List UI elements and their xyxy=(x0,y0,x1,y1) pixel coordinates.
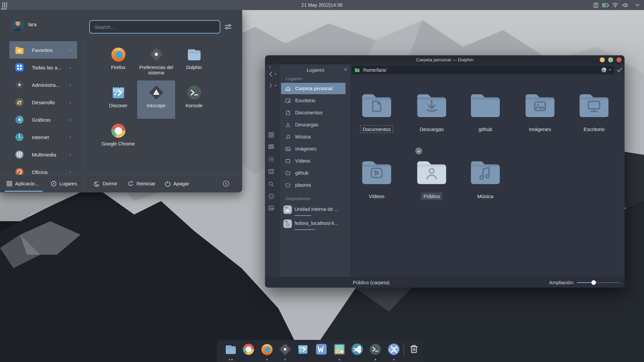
place-documents[interactable]: Documentos xyxy=(281,107,345,118)
folder-musica[interactable]: Música xyxy=(464,158,507,200)
restart-icon xyxy=(128,181,134,187)
folder-videos[interactable]: Vídeos xyxy=(355,158,398,200)
category-development[interactable]: Desarrollo › xyxy=(0,94,84,111)
tab-applications[interactable]: Aplicacio... xyxy=(6,175,39,192)
place-pictures[interactable]: Imágenes xyxy=(281,143,345,155)
dock-vscode[interactable] xyxy=(351,343,364,356)
all-apps-icon xyxy=(14,62,24,72)
administration-icon xyxy=(14,80,24,90)
folder-descargas[interactable]: Descargas xyxy=(410,90,453,133)
place-videos[interactable]: Vídeos xyxy=(281,155,345,167)
location-bar[interactable]: /home/lara/ xyxy=(352,66,614,74)
folder-imagenes[interactable]: Imágenes xyxy=(518,90,562,133)
configure-icon[interactable] xyxy=(224,23,232,31)
place-downloads[interactable]: Descargas xyxy=(281,119,345,130)
dock-writer[interactable] xyxy=(315,343,328,356)
dock-discover[interactable] xyxy=(297,343,309,356)
folder-publico[interactable]: + Público xyxy=(410,158,453,200)
folder-documentos[interactable]: Documentos xyxy=(355,90,398,133)
category-all-apps[interactable]: Todas las a... › xyxy=(0,59,84,76)
dock-gwenview[interactable] xyxy=(333,343,346,356)
folder-icon xyxy=(360,158,393,186)
restart-button[interactable]: Reiniciar xyxy=(128,175,155,192)
app-firefox[interactable]: Firefox xyxy=(99,42,137,80)
place-music[interactable]: Música xyxy=(281,131,345,142)
dock-trash[interactable] xyxy=(408,343,420,356)
dock-system-settings[interactable] xyxy=(279,343,291,356)
inkscape-icon xyxy=(148,84,164,101)
category-multimedia[interactable]: Multimedia › xyxy=(0,146,84,163)
shutdown-button[interactable]: Apagar xyxy=(165,175,189,192)
dock-firefox[interactable] xyxy=(261,343,273,356)
clipboard-icon[interactable] xyxy=(592,2,599,8)
dock-dolphin[interactable] xyxy=(224,343,237,356)
dock-xorg[interactable] xyxy=(387,343,400,356)
search-input[interactable] xyxy=(89,20,220,34)
app-discover[interactable]: Discover xyxy=(99,80,137,119)
maximize-button[interactable] xyxy=(608,57,613,62)
device-internal-drive[interactable]: Unidad interna de ... xyxy=(281,203,350,217)
columns-view-button[interactable] xyxy=(268,169,274,174)
back-button[interactable] xyxy=(268,71,274,77)
category-administration[interactable]: Administra... › xyxy=(0,76,84,94)
category-favoritos[interactable]: Favoritos › xyxy=(0,41,84,59)
slider-thumb[interactable] xyxy=(591,280,596,285)
folder-github[interactable]: github xyxy=(464,90,507,133)
devices-section-label: Dispositivos xyxy=(286,196,310,201)
user-avatar[interactable] xyxy=(11,19,24,32)
dock-google-chrome[interactable] xyxy=(242,343,255,356)
system-settings-icon xyxy=(148,46,164,62)
hard-drive-icon xyxy=(282,219,293,229)
system-settings-icon xyxy=(279,343,291,356)
shutdown-label: Apagar xyxy=(173,181,189,186)
launcher-header: lara xyxy=(0,10,242,40)
folder-escritorio[interactable]: Escritorio xyxy=(572,90,616,133)
zoom-slider[interactable] xyxy=(577,278,620,288)
volume-icon[interactable] xyxy=(622,2,628,8)
battery-icon[interactable] xyxy=(602,2,609,8)
app-inkscape[interactable]: Inkscape xyxy=(137,80,175,119)
device-fedora-root[interactable]: fedora_localhost-li... xyxy=(281,218,350,231)
forward-dropdown-icon[interactable] xyxy=(274,85,277,87)
icons-view-button[interactable] xyxy=(268,132,274,138)
category-office[interactable]: Oficina › xyxy=(0,163,84,175)
close-button[interactable] xyxy=(616,57,622,62)
compact-view-button[interactable] xyxy=(268,144,274,149)
chevron-down-icon[interactable] xyxy=(634,2,641,8)
free-space-icon[interactable] xyxy=(601,67,607,73)
terminal-check-button[interactable] xyxy=(614,64,625,75)
places-tab-icon xyxy=(51,181,57,187)
app-dolphin[interactable]: Dolphin xyxy=(175,42,213,80)
system-tray xyxy=(592,0,641,10)
preview-button[interactable] xyxy=(268,205,274,211)
desktop-icon xyxy=(285,98,291,104)
forward-button[interactable] xyxy=(268,83,274,88)
chevron-right-icon: › xyxy=(69,100,71,105)
wifi-icon[interactable] xyxy=(612,2,619,8)
details-view-button[interactable] xyxy=(268,157,274,162)
discover-icon xyxy=(110,84,126,101)
close-panel-icon[interactable]: ✕ xyxy=(344,67,347,72)
tab-places[interactable]: Lugares xyxy=(51,175,77,192)
current-path: /home/lara/ xyxy=(363,67,386,73)
place-desktop[interactable]: Escritorio xyxy=(281,95,345,106)
dock-konsole[interactable] xyxy=(369,343,382,356)
sleep-button[interactable]: zz Dormir xyxy=(94,175,117,192)
clock[interactable]: 21 May 2022|14:36 xyxy=(0,0,644,10)
back-dropdown-icon[interactable] xyxy=(274,73,277,75)
app-system-settings[interactable]: Preferencias del sistema xyxy=(137,42,175,80)
minimize-button[interactable] xyxy=(600,57,605,62)
category-internet[interactable]: Internet › xyxy=(0,128,84,146)
place-home[interactable]: Carpeta personal xyxy=(281,83,345,94)
category-graphics[interactable]: Gráficos › xyxy=(0,111,84,128)
place-plasma[interactable]: plasma xyxy=(281,179,345,191)
more-options-button[interactable] xyxy=(268,193,274,199)
place-github[interactable]: github xyxy=(281,167,345,179)
app-konsole[interactable]: Konsole xyxy=(175,80,213,119)
collapse-button[interactable] xyxy=(223,175,229,192)
folder-icon xyxy=(360,90,393,119)
app-google-chrome[interactable]: Google Chrome xyxy=(99,119,137,157)
search-button[interactable] xyxy=(268,181,274,187)
url-dropdown-icon[interactable] xyxy=(608,69,611,71)
dolphin-icon xyxy=(186,46,202,62)
